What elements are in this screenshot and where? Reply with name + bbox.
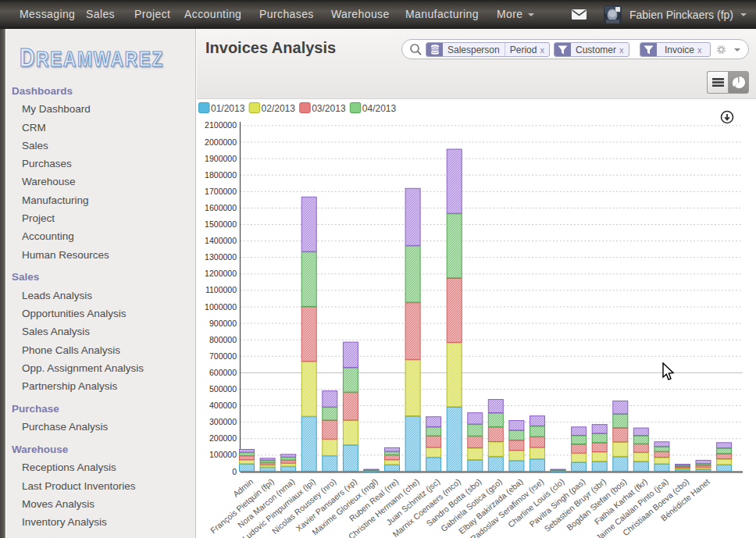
svg-text:0: 0 [232, 467, 237, 476]
svg-text:01/2013: 01/2013 [211, 103, 245, 114]
svg-text:1400000: 1400000 [205, 236, 237, 245]
svg-text:02/2013: 02/2013 [262, 103, 296, 114]
svg-text:04/2013: 04/2013 [362, 103, 397, 114]
svg-text:1200000: 1200000 [205, 269, 237, 278]
svg-text:1100000: 1100000 [205, 285, 237, 294]
svg-text:1300000: 1300000 [205, 252, 237, 262]
svg-text:2100000: 2100000 [205, 120, 237, 130]
svg-text:1700000: 1700000 [205, 187, 237, 196]
svg-text:400000: 400000 [209, 401, 237, 410]
svg-text:200000: 200000 [209, 433, 237, 443]
svg-text:100000: 100000 [209, 450, 237, 459]
svg-text:1800000: 1800000 [205, 170, 237, 180]
svg-text:2000000: 2000000 [205, 137, 237, 147]
svg-text:800000: 800000 [209, 335, 237, 344]
svg-text:1900000: 1900000 [205, 154, 237, 163]
svg-text:700000: 700000 [209, 351, 237, 361]
svg-text:1500000: 1500000 [205, 219, 237, 229]
svg-text:900000: 900000 [209, 319, 237, 328]
svg-text:1000000: 1000000 [205, 302, 237, 312]
svg-text:300000: 300000 [209, 417, 237, 426]
svg-text:500000: 500000 [209, 384, 237, 394]
svg-text:600000: 600000 [209, 368, 237, 377]
svg-text:03/2013: 03/2013 [312, 103, 346, 114]
svg-text:1600000: 1600000 [205, 203, 237, 212]
